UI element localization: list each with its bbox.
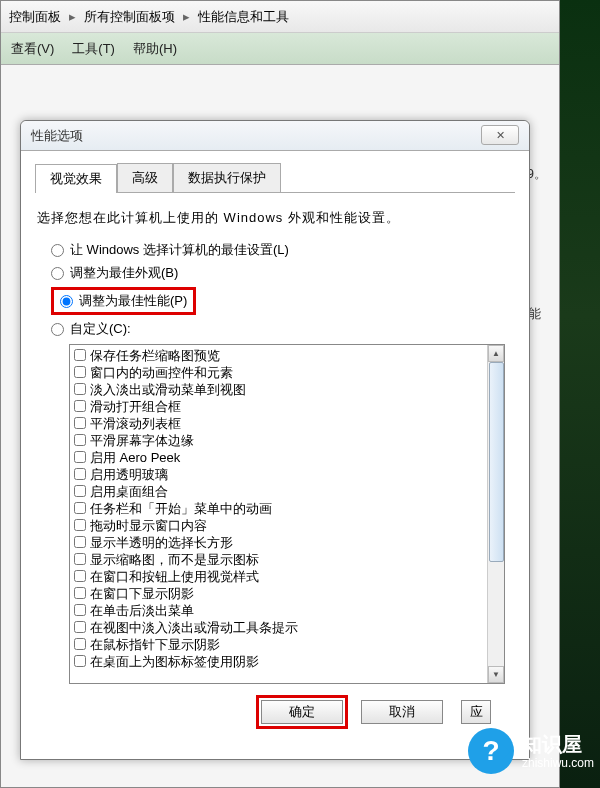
check-label: 窗口内的动画控件和元素 — [90, 364, 233, 381]
check-label: 启用桌面组合 — [90, 483, 168, 500]
check-item[interactable]: 平滑屏幕字体边缘 — [74, 432, 482, 449]
radio-group: 让 Windows 选择计算机的最佳设置(L) 调整为最佳外观(B) 调整为最佳… — [51, 241, 515, 338]
check-label: 启用 Aero Peek — [90, 449, 180, 466]
question-icon: ? — [468, 728, 514, 774]
check-label: 平滑屏幕字体边缘 — [90, 432, 194, 449]
tab-advanced[interactable]: 高级 — [117, 163, 173, 192]
checkbox-input[interactable] — [74, 366, 86, 378]
checkbox-input[interactable] — [74, 502, 86, 514]
breadcrumb-item[interactable]: 控制面板 — [9, 8, 61, 26]
check-label: 滑动打开组合框 — [90, 398, 181, 415]
breadcrumb[interactable]: 控制面板 ▸ 所有控制面板项 ▸ 性能信息和工具 — [1, 1, 559, 33]
radio-let-windows[interactable]: 让 Windows 选择计算机的最佳设置(L) — [51, 241, 515, 259]
radio-label: 调整为最佳外观(B) — [70, 264, 178, 282]
check-item[interactable]: 显示缩略图，而不是显示图标 — [74, 551, 482, 568]
checkbox-input[interactable] — [74, 553, 86, 565]
radio-best-performance-row: 调整为最佳性能(P) — [51, 287, 515, 315]
checkbox-input[interactable] — [74, 434, 86, 446]
close-icon: ✕ — [496, 129, 505, 142]
check-item[interactable]: 保存任务栏缩略图预览 — [74, 347, 482, 364]
check-item[interactable]: 窗口内的动画控件和元素 — [74, 364, 482, 381]
radio-input[interactable] — [60, 295, 73, 308]
checkbox-input[interactable] — [74, 451, 86, 463]
check-item[interactable]: 滑动打开组合框 — [74, 398, 482, 415]
tab-visual-effects[interactable]: 视觉效果 — [35, 164, 117, 193]
check-label: 显示缩略图，而不是显示图标 — [90, 551, 259, 568]
check-item[interactable]: 在窗口下显示阴影 — [74, 585, 482, 602]
checklist[interactable]: 保存任务栏缩略图预览窗口内的动画控件和元素淡入淡出或滑动菜单到视图滑动打开组合框… — [70, 345, 486, 683]
dialog-titlebar[interactable]: 性能选项 ✕ — [21, 121, 529, 151]
check-item[interactable]: 在视图中淡入淡出或滑动工具条提示 — [74, 619, 482, 636]
radio-label: 自定义(C): — [70, 320, 131, 338]
check-item[interactable]: 平滑滚动列表框 — [74, 415, 482, 432]
check-label: 在窗口和按钮上使用视觉样式 — [90, 568, 259, 585]
scrollbar[interactable]: ▲ ▼ — [487, 345, 504, 683]
checkbox-input[interactable] — [74, 570, 86, 582]
breadcrumb-item[interactable]: 性能信息和工具 — [198, 8, 289, 26]
dialog-body: 视觉效果 高级 数据执行保护 选择您想在此计算机上使用的 Windows 外观和… — [21, 151, 529, 740]
breadcrumb-item[interactable]: 所有控制面板项 — [84, 8, 175, 26]
menubar: 查看(V) 工具(T) 帮助(H) — [1, 33, 559, 65]
check-item[interactable]: 显示半透明的选择长方形 — [74, 534, 482, 551]
checkbox-input[interactable] — [74, 349, 86, 361]
checkbox-input[interactable] — [74, 536, 86, 548]
radio-label: 让 Windows 选择计算机的最佳设置(L) — [70, 241, 289, 259]
menu-view[interactable]: 查看(V) — [11, 40, 54, 58]
checkbox-input[interactable] — [74, 587, 86, 599]
check-item[interactable]: 拖动时显示窗口内容 — [74, 517, 482, 534]
check-label: 平滑滚动列表框 — [90, 415, 181, 432]
description-text: 选择您想在此计算机上使用的 Windows 外观和性能设置。 — [37, 209, 513, 227]
check-item[interactable]: 启用桌面组合 — [74, 483, 482, 500]
scroll-thumb[interactable] — [489, 362, 504, 562]
highlight-box: 调整为最佳性能(P) — [51, 287, 196, 315]
watermark-url: zhishiwu.com — [522, 756, 594, 770]
checkbox-input[interactable] — [74, 604, 86, 616]
checklist-container: 保存任务栏缩略图预览窗口内的动画控件和元素淡入淡出或滑动菜单到视图滑动打开组合框… — [69, 344, 505, 684]
check-item[interactable]: 启用 Aero Peek — [74, 449, 482, 466]
checkbox-input[interactable] — [74, 655, 86, 667]
radio-best-appearance[interactable]: 调整为最佳外观(B) — [51, 264, 515, 282]
check-item[interactable]: 在鼠标指针下显示阴影 — [74, 636, 482, 653]
apply-button[interactable]: 应 — [461, 700, 491, 724]
menu-tools[interactable]: 工具(T) — [72, 40, 115, 58]
bg-content: 1.0 到 7.9。 性能 — [1, 65, 559, 105]
checkbox-input[interactable] — [74, 383, 86, 395]
radio-label[interactable]: 调整为最佳性能(P) — [79, 292, 187, 310]
check-label: 在窗口下显示阴影 — [90, 585, 194, 602]
checkbox-input[interactable] — [74, 400, 86, 412]
check-label: 在桌面上为图标标签使用阴影 — [90, 653, 259, 670]
scroll-down-icon[interactable]: ▼ — [488, 666, 504, 683]
checkbox-input[interactable] — [74, 485, 86, 497]
radio-input[interactable] — [51, 323, 64, 336]
dialog-buttons: 确定 取消 应 — [35, 684, 515, 740]
check-item[interactable]: 在窗口和按钮上使用视觉样式 — [74, 568, 482, 585]
checkbox-input[interactable] — [74, 468, 86, 480]
check-item[interactable]: 在单击后淡出菜单 — [74, 602, 482, 619]
check-item[interactable]: 在桌面上为图标标签使用阴影 — [74, 653, 482, 670]
check-label: 启用透明玻璃 — [90, 466, 168, 483]
checkbox-input[interactable] — [74, 519, 86, 531]
radio-input[interactable] — [51, 267, 64, 280]
dialog-title: 性能选项 — [31, 127, 83, 145]
cancel-button[interactable]: 取消 — [361, 700, 443, 724]
tab-dep[interactable]: 数据执行保护 — [173, 163, 281, 192]
watermark: ? 知识屋 zhishiwu.com — [468, 728, 594, 774]
chevron-right-icon: ▸ — [69, 9, 76, 24]
ok-button[interactable]: 确定 — [261, 700, 343, 724]
check-item[interactable]: 淡入淡出或滑动菜单到视图 — [74, 381, 482, 398]
checkbox-input[interactable] — [74, 638, 86, 650]
tab-bar: 视觉效果 高级 数据执行保护 — [35, 163, 515, 193]
menu-help[interactable]: 帮助(H) — [133, 40, 177, 58]
close-button[interactable]: ✕ — [481, 125, 519, 145]
checkbox-input[interactable] — [74, 417, 86, 429]
radio-custom[interactable]: 自定义(C): — [51, 320, 515, 338]
check-label: 在单击后淡出菜单 — [90, 602, 194, 619]
chevron-right-icon: ▸ — [183, 9, 190, 24]
watermark-name: 知识屋 — [522, 732, 594, 756]
scroll-up-icon[interactable]: ▲ — [488, 345, 504, 362]
check-item[interactable]: 启用透明玻璃 — [74, 466, 482, 483]
checkbox-input[interactable] — [74, 621, 86, 633]
radio-input[interactable] — [51, 244, 64, 257]
check-label: 任务栏和「开始」菜单中的动画 — [90, 500, 272, 517]
check-item[interactable]: 任务栏和「开始」菜单中的动画 — [74, 500, 482, 517]
